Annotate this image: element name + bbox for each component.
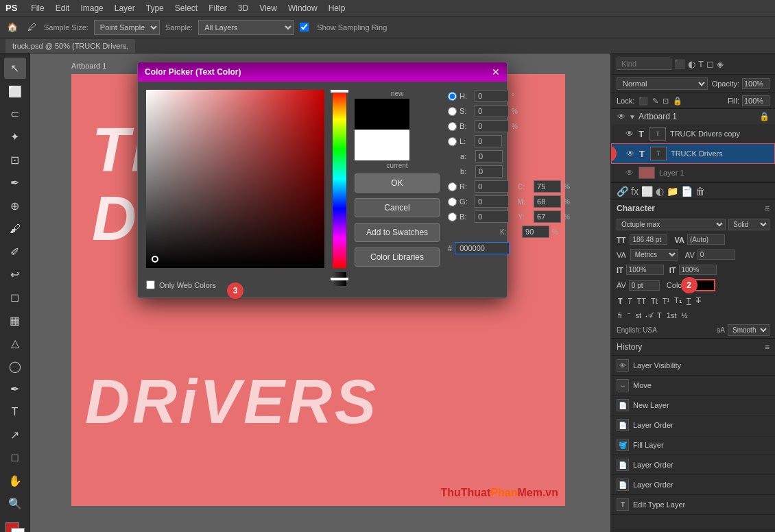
lock-position-icon[interactable]: ✎	[652, 97, 658, 106]
color-current-swatch[interactable]	[355, 130, 409, 160]
history-fill-layer[interactable]: 🪣 Fill Layer	[611, 435, 775, 455]
healing-tool[interactable]: ⊕	[4, 195, 26, 217]
artboard-chevron-icon[interactable]: ▼	[629, 113, 636, 121]
blur-tool[interactable]: △	[4, 332, 26, 354]
filter-smart-icon[interactable]: ◈	[717, 59, 724, 69]
dodge-tool[interactable]: ◯	[4, 355, 26, 376]
smallcaps-btn[interactable]: Tt	[649, 295, 659, 306]
leading-input[interactable]	[687, 234, 725, 245]
history-layer-order-3[interactable]: 📄 Layer Order	[611, 475, 775, 495]
blue-radio[interactable]	[448, 213, 457, 221]
menu-filter[interactable]: Filter	[203, 2, 232, 14]
delete-layer-btn[interactable]: 🗑	[695, 186, 705, 197]
layer1-eye-icon[interactable]: 👁	[625, 168, 634, 178]
layer-effects-btn[interactable]: fx	[631, 186, 639, 197]
vert-scale-input[interactable]	[626, 265, 664, 275]
tracking-input[interactable]	[698, 250, 735, 260]
r-radio[interactable]	[448, 182, 457, 191]
layer-1[interactable]: 👁 Layer 1	[611, 164, 775, 182]
filter-adjust-icon[interactable]: ◐	[688, 59, 695, 69]
kerning-select[interactable]: Metrics	[630, 249, 678, 261]
magic-wand-tool[interactable]: ✦	[4, 126, 26, 147]
history-new-layer[interactable]: 📄 New Layer	[611, 396, 775, 415]
font-family-select[interactable]: Octuple max	[617, 219, 726, 230]
layers-search-input[interactable]	[617, 58, 671, 70]
h-radio[interactable]	[448, 92, 457, 101]
brush-tool[interactable]: 🖌	[4, 218, 26, 239]
g-input[interactable]	[475, 195, 509, 208]
lock-all-icon[interactable]: 🔒	[673, 97, 682, 106]
b-radio[interactable]	[448, 122, 457, 131]
s-input[interactable]	[475, 105, 509, 117]
baseline-input[interactable]	[629, 280, 660, 291]
c-input[interactable]	[534, 180, 561, 193]
history-move[interactable]: ↔ Move	[611, 376, 775, 396]
add-to-swatches-button[interactable]: Add to Swatches	[355, 223, 440, 242]
frac-btn[interactable]: ⁻	[625, 310, 632, 320]
font-size-input[interactable]	[630, 234, 667, 245]
history-edit-type-layer[interactable]: T Edit Type Layer	[611, 495, 775, 515]
strike-btn[interactable]: T̶	[695, 295, 702, 306]
history-layer-order-2[interactable]: 📄 Layer Order	[611, 455, 775, 475]
clone-tool[interactable]: ✐	[4, 241, 26, 262]
hand-tool[interactable]: ✋	[4, 470, 26, 492]
lock-pixel-icon[interactable]: ⬛	[639, 97, 648, 106]
filter-shape-icon[interactable]: ◻	[706, 59, 714, 69]
filter-type-icon[interactable]: T	[698, 59, 704, 69]
layer-copy-eye-icon[interactable]: 👁	[625, 129, 634, 138]
contextalt-btn[interactable]: 1st	[665, 310, 678, 320]
type-tool[interactable]: T	[4, 401, 26, 422]
liga-btn[interactable]: fi	[617, 310, 623, 320]
history-layer-order-1[interactable]: 📄 Layer Order	[611, 415, 775, 435]
background-color[interactable]	[11, 528, 25, 532]
swash-btn[interactable]: 𝒜	[645, 310, 654, 320]
eyedropper-icon[interactable]: 🖊	[25, 21, 38, 34]
font-style-select[interactable]: Solid	[728, 219, 770, 230]
home-icon[interactable]: 🏠	[5, 21, 19, 34]
history-brush-tool[interactable]: ↩	[4, 264, 26, 285]
group-layers-btn[interactable]: 📁	[667, 186, 678, 197]
lock-artboard-icon[interactable]: ⊡	[663, 97, 669, 106]
fill-input[interactable]	[742, 95, 770, 106]
path-tool[interactable]: ↗	[4, 424, 26, 446]
show-sampling-ring-checkbox[interactable]	[300, 23, 309, 32]
eyedropper-tool[interactable]: ✒	[4, 172, 26, 193]
allcaps-btn[interactable]: TT	[635, 295, 647, 306]
color-swatches[interactable]	[4, 521, 26, 532]
b-input[interactable]	[475, 120, 509, 132]
truck-drivers-copy-layer[interactable]: 👁 T T TRUCK Drivers copy	[611, 124, 775, 143]
only-web-colors-checkbox[interactable]	[146, 280, 155, 289]
add-adjustment-btn[interactable]: ◐	[656, 186, 664, 197]
sample-size-select[interactable]: Point Sample	[94, 20, 160, 35]
truck-drivers-layer[interactable]: 👁 T T TRUCK Drivers	[611, 143, 775, 164]
char-smooth-select[interactable]: Smooth	[728, 324, 770, 336]
menu-type[interactable]: Type	[141, 2, 169, 14]
new-layer-btn[interactable]: 📄	[681, 186, 693, 197]
menu-image[interactable]: Image	[75, 2, 108, 14]
menu-help[interactable]: Help	[323, 2, 351, 14]
horiz-scale-input[interactable]	[679, 265, 717, 275]
sub-btn[interactable]: T₁	[673, 295, 683, 306]
r-input[interactable]	[475, 180, 509, 193]
artboard-group-header[interactable]: 👁 ▼ Artboard 1 🔒	[611, 109, 775, 124]
alpha-bar[interactable]	[333, 272, 346, 286]
crop-tool[interactable]: ⊡	[4, 149, 26, 171]
menu-edit[interactable]: Edit	[50, 2, 75, 14]
m-input[interactable]	[534, 195, 561, 208]
blue-input[interactable]	[475, 210, 509, 223]
artboard-eye-icon[interactable]: 👁	[617, 112, 626, 121]
layer-eye-icon[interactable]: 👁	[625, 149, 635, 158]
color-libraries-button[interactable]: Color Libraries	[355, 247, 440, 267]
b2-input[interactable]	[475, 165, 503, 178]
ord-btn[interactable]: st	[634, 310, 643, 320]
color-picker-close-btn[interactable]: ✕	[492, 66, 500, 77]
l-radio[interactable]	[448, 137, 457, 146]
s-radio[interactable]	[448, 107, 457, 116]
bold-btn[interactable]: T	[617, 295, 624, 306]
shape-tool[interactable]: □	[4, 447, 26, 468]
move-tool[interactable]: ↖	[4, 58, 26, 79]
menu-view[interactable]: View	[254, 2, 283, 14]
filter-pixel-icon[interactable]: ⬛	[674, 59, 685, 69]
lasso-tool[interactable]: ⊂	[4, 104, 26, 125]
super-btn[interactable]: T¹	[661, 295, 671, 306]
